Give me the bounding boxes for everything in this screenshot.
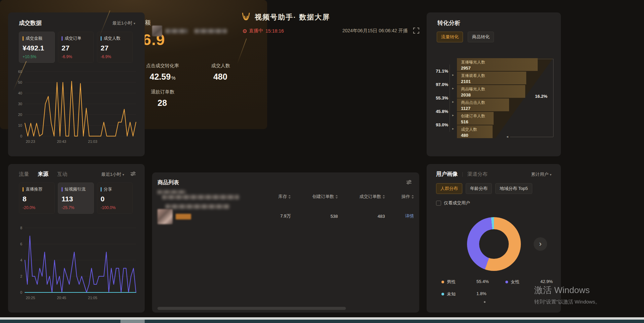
dashboard: 视频号助手· 数据大屏 直播中 15:18:16 2024年06月15日 06:…	[0, 0, 644, 323]
tab-traffic-conversion[interactable]: 流量转化	[437, 32, 463, 42]
arrow-right-icon: ▸	[452, 113, 454, 117]
horizontal-scrollbar[interactable]	[157, 307, 346, 310]
svg-text:20:45: 20:45	[57, 296, 66, 300]
funnel-step-live-exposure: 直播曝光人数 2957	[457, 58, 538, 71]
checkbox-label: 仅看成交用户	[444, 200, 470, 206]
short-video-change: -25.7%	[62, 205, 90, 210]
redacted-header-text	[157, 190, 186, 194]
legend-pct-male: 55.4%	[476, 279, 505, 285]
arrow-right-icon: ▸	[452, 86, 454, 90]
svg-text:30: 30	[18, 102, 22, 106]
broadcast-start-time: 2024年06月15日 06:06:42 开播	[342, 28, 408, 34]
marker-bar	[101, 187, 102, 192]
source-trend-line-chart: 0246820:2520:4521:05	[12, 225, 140, 305]
live-recommend-value: 8	[23, 195, 51, 203]
marker-bar	[23, 36, 24, 41]
funnel-step-product-exposure: 商品曝光人数 2038	[457, 85, 525, 98]
funnel-step-deal: 成交人数 480	[457, 125, 493, 138]
svg-text:20: 20	[18, 113, 22, 117]
deal-card-amount[interactable]: 成交金额 ¥492.1 +10.5%	[19, 32, 55, 63]
svg-text:0: 0	[20, 290, 22, 294]
avatar	[152, 26, 162, 36]
deal-users-only-checkbox[interactable]	[436, 201, 441, 206]
live-label: 直播中	[249, 28, 263, 34]
chevron-down-icon: ▾	[122, 173, 124, 176]
bottom-scrollbar-thumb[interactable]	[120, 320, 145, 323]
column-deal-orders[interactable]: 成交订单数	[338, 194, 385, 200]
donut-hole	[479, 229, 509, 259]
column-created-orders[interactable]: 创建订单数	[291, 194, 338, 200]
share-value: 0	[101, 195, 129, 203]
product-stock: 7.9万	[250, 213, 291, 219]
funnel-panel-title: 转化分析	[437, 19, 460, 27]
deal-card-buyers[interactable]: 成交人数 27 -6.9%	[97, 32, 133, 63]
tab-source[interactable]: 来源	[38, 171, 48, 178]
pill-age-distribution[interactable]: 年龄分布	[466, 183, 492, 194]
tab-interaction[interactable]: 互动	[57, 171, 67, 177]
arrow-right-icon: ▸	[452, 127, 454, 130]
user-range-dropdown[interactable]: 累计用户 ▾	[531, 171, 551, 177]
traffic-source-panel: 流量 来源 互动 最近1小时 ▾ 直播推荐 8 -20.0%	[8, 164, 145, 313]
deal-orders-change: -6.9%	[62, 54, 90, 59]
deal-range-dropdown[interactable]: 最近1小时 ▾	[112, 20, 135, 26]
divider	[462, 172, 463, 177]
tab-traffic[interactable]: 流量	[19, 171, 29, 177]
deal-orders-value: 27	[62, 44, 90, 52]
funnel-rate-3: 55.3%	[432, 95, 448, 100]
source-card-live-recommend[interactable]: 直播推荐 8 -20.0%	[19, 183, 55, 214]
legend-pct-unknown: 1.8%	[476, 291, 505, 297]
source-card-short-video[interactable]: 短视频引流 113 -25.7%	[58, 183, 94, 214]
product-list-panel: 商品列表 库存 创建订单数	[152, 172, 419, 313]
pill-gender-distribution[interactable]: 人群分布	[436, 183, 462, 194]
product-filter-icon[interactable]	[406, 180, 412, 186]
sort-icon	[412, 195, 414, 199]
svg-text:20:25: 20:25	[26, 296, 35, 300]
source-card-share[interactable]: 分享 0 -100.0%	[97, 183, 133, 214]
overall-rate-bracket	[538, 59, 553, 59]
product-created-orders: 538	[291, 214, 338, 219]
next-page-button[interactable]: ›	[534, 237, 547, 251]
tab-channel-distribution[interactable]: 渠道分布	[467, 171, 488, 177]
legend-dot-female	[505, 281, 508, 283]
column-stock[interactable]: 库存	[250, 194, 291, 200]
sort-icon	[335, 195, 338, 199]
tab-user-profile[interactable]: 用户画像	[436, 171, 458, 178]
channels-logo-icon	[241, 12, 251, 22]
svg-text:40: 40	[18, 91, 22, 95]
marker-bar	[101, 36, 102, 41]
pagination-dot[interactable]	[484, 301, 486, 303]
svg-text:21:03: 21:03	[88, 139, 98, 144]
deal-amount-change: +10.5%	[23, 54, 51, 59]
live-status-row: 直播中 15:18:16 2024年06月15日 06:06:42 开播	[152, 25, 419, 37]
traffic-filter-icon[interactable]	[130, 171, 136, 177]
redacted-header-text	[162, 195, 239, 199]
funnel-rate-2: 97.0%	[432, 82, 448, 87]
pill-region-top5[interactable]: 地域分布 Top5	[495, 183, 532, 194]
marker-bar	[62, 36, 63, 41]
arrow-right-icon: ▸	[452, 100, 454, 104]
product-detail-link[interactable]: 详情	[405, 213, 414, 219]
svg-text:8: 8	[20, 226, 22, 230]
tab-product-conversion[interactable]: 商品转化	[468, 32, 494, 42]
svg-text:21:05: 21:05	[88, 296, 98, 300]
arrow-left-icon: ◂	[506, 134, 508, 139]
funnel-rate-1: 71.1%	[432, 69, 448, 74]
app-title: 视频号助手· 数据大屏	[255, 12, 330, 22]
product-deal-orders: 483	[338, 214, 385, 219]
funnel-rate-4: 45.8%	[432, 109, 448, 114]
fullscreen-icon[interactable]	[413, 28, 419, 35]
column-action[interactable]: 操作	[385, 194, 414, 200]
redacted-price-tag	[176, 214, 191, 219]
deal-buyers-value: 27	[101, 44, 129, 52]
svg-text:20:23: 20:23	[26, 139, 35, 144]
traffic-range-dropdown[interactable]: 最近1小时 ▾	[101, 171, 124, 177]
account-id-redacted	[194, 29, 227, 33]
product-table-header: 库存 创建订单数 成交订单数 操作	[157, 192, 414, 202]
deal-card-orders[interactable]: 成交订单 27 -6.9%	[58, 32, 94, 63]
conversion-analysis-panel: 转化分析 流量转化 商品转化 直播曝光人数 2957 直播观看人数 2101 商…	[427, 12, 561, 156]
bottom-strip	[0, 317, 644, 320]
funnel-step-live-view: 直播观看人数 2101	[457, 72, 526, 84]
svg-text:4: 4	[20, 258, 22, 262]
live-badge: 直播中 15:18:16	[243, 28, 284, 34]
svg-text:6: 6	[20, 242, 22, 246]
